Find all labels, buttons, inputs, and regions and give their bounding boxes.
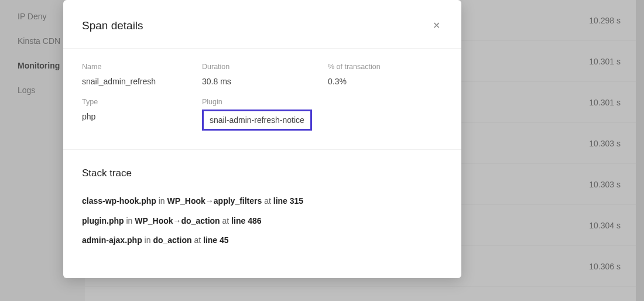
stack-line-no: line 45 (203, 235, 229, 245)
modal-title: Span details (82, 19, 143, 32)
field-value-highlighted: snail-admin-refresh-notice (202, 110, 312, 131)
close-icon[interactable]: ✕ (430, 19, 443, 33)
field-percent: % of transaction 0.3% (328, 63, 443, 86)
field-plugin: Plugin snail-admin-refresh-notice (202, 98, 328, 131)
stack-file: admin-ajax.php (82, 235, 142, 245)
field-value: 0.3% (328, 77, 443, 86)
span-details-modal: Span details ✕ Name snail_admin_refresh … (63, 0, 461, 278)
field-name: Name snail_admin_refresh (82, 63, 202, 86)
stack-fn: WP_Hook→do_action (135, 216, 220, 225)
field-type: Type php (82, 98, 202, 131)
details-grid: Name snail_admin_refresh Duration 30.8 m… (63, 49, 461, 150)
stack-file: plugin.php (82, 216, 124, 225)
stack-line: class-wp-hook.php in WP_Hook→apply_filte… (82, 196, 443, 207)
stack-fn: do_action (153, 235, 191, 245)
field-label: Type (82, 98, 202, 106)
field-label: Plugin (202, 98, 328, 106)
stack-line: plugin.php in WP_Hook→do_action at line … (82, 216, 443, 227)
field-label: % of transaction (328, 63, 443, 71)
stack-trace-title: Stack trace (82, 167, 443, 179)
stack-trace-section: Stack trace class-wp-hook.php in WP_Hook… (63, 150, 461, 278)
stack-file: class-wp-hook.php (82, 196, 156, 206)
stack-fn: WP_Hook→apply_filters (167, 196, 262, 206)
field-duration: Duration 30.8 ms (202, 63, 328, 86)
modal-header: Span details ✕ (63, 0, 461, 49)
field-value: php (82, 112, 202, 121)
field-value: 30.8 ms (202, 77, 328, 86)
field-label: Duration (202, 63, 328, 71)
field-label: Name (82, 63, 202, 71)
stack-line-no: line 486 (231, 216, 261, 225)
modal-overlay[interactable]: Span details ✕ Name snail_admin_refresh … (0, 0, 644, 301)
stack-line: admin-ajax.php in do_action at line 45 (82, 235, 443, 247)
stack-line-no: line 315 (273, 196, 303, 206)
field-value: snail_admin_refresh (82, 77, 202, 86)
